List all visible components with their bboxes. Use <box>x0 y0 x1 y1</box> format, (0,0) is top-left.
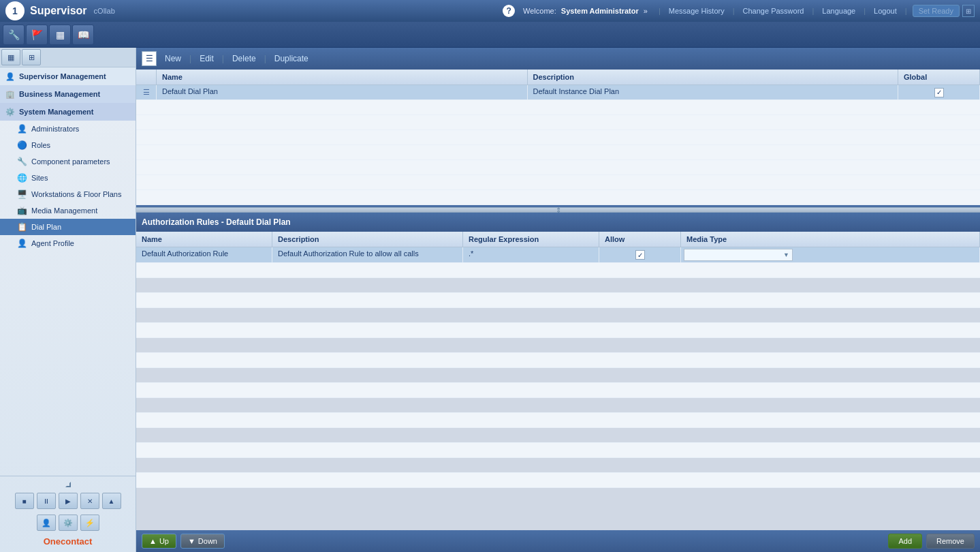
user-name: System Administrator <box>561 7 639 15</box>
table-row[interactable]: Default Authorization Rule Default Autho… <box>136 247 980 263</box>
remove-button[interactable]: Remove <box>926 534 975 549</box>
app-logo[interactable]: 1 <box>5 1 25 20</box>
dp-new-button[interactable]: New <box>162 54 184 63</box>
auth-col-allow[interactable]: Allow <box>599 232 681 247</box>
expand-icon[interactable]: ⊞ <box>962 5 975 17</box>
sidebar-item-agent-profile[interactable]: 👤 Agent Profile <box>0 235 136 251</box>
dp-col-description[interactable]: Description <box>528 70 899 85</box>
dp-empty-row <box>136 160 980 175</box>
auth-table-header: Name Description Regular Expression Allo… <box>136 232 980 247</box>
bottom-left: ▲ Up ▼ Down <box>142 534 225 549</box>
dp-edit-button[interactable]: Edit <box>197 54 217 63</box>
add-button[interactable]: Add <box>888 534 922 549</box>
auth-empty-row <box>136 338 980 353</box>
auth-empty-row <box>136 428 980 443</box>
dp-delete-button[interactable]: Delete <box>230 54 259 63</box>
up-order-button[interactable]: ▲ Up <box>142 534 176 549</box>
toolbar-flag-button[interactable]: 🚩 <box>26 25 48 45</box>
sidebar-item-administrators[interactable]: 👤 Administrators <box>0 121 136 137</box>
change-password-link[interactable]: Change Password <box>740 7 807 15</box>
roles-icon: 🔵 <box>16 140 27 151</box>
stop-button[interactable]: ■ <box>15 493 34 509</box>
media-type-dropdown[interactable]: ▼ <box>684 249 793 261</box>
arrow-icon: » <box>641 7 650 15</box>
message-history-link[interactable]: Message History <box>666 7 727 15</box>
set-ready-button[interactable]: Set Ready <box>913 5 960 17</box>
dp-row-name: Default Dial Plan <box>157 85 528 99</box>
auth-col-name[interactable]: Name <box>136 232 272 247</box>
close-button[interactable]: ✕ <box>80 493 99 509</box>
system-section-label: System Management <box>19 108 93 116</box>
sidebar-item-roles[interactable]: 🔵 Roles <box>0 137 136 153</box>
auth-empty-row <box>136 443 980 458</box>
auth-row-media-type[interactable]: ▼ <box>681 247 980 262</box>
contact-text: contact <box>61 536 92 547</box>
down-arrow-icon: ▼ <box>188 537 195 545</box>
sidebar-nav-grid-icon[interactable]: ▦ <box>1 49 20 65</box>
toolbar-grid-button[interactable]: ▦ <box>49 25 71 45</box>
topbar-right: ? Welcome: System Administrator » | Mess… <box>503 5 975 17</box>
welcome-text: Welcome: System Administrator » <box>518 7 653 15</box>
dp-duplicate-button[interactable]: Duplicate <box>272 54 311 63</box>
pause-button[interactable]: ⏸ <box>37 493 56 509</box>
dp-toolbar: ☰ New | Edit | Delete | Duplicate <box>136 48 980 70</box>
sidebar-section-system[interactable]: ⚙️ System Management <box>0 103 136 121</box>
agent-profile-icon: 👤 <box>16 238 27 249</box>
up-button[interactable]: ▲ <box>102 493 121 509</box>
business-section-label: Business Management <box>19 90 100 98</box>
dp-empty-row <box>136 145 980 160</box>
system-section-icon: ⚙️ <box>4 106 16 118</box>
auth-col-description[interactable]: Description <box>272 232 463 247</box>
sidebar-item-component-parameters[interactable]: 🔧 Component parameters <box>0 153 136 170</box>
welcome-label: Welcome: <box>520 7 559 15</box>
drag-handle[interactable]: ⇕ <box>136 207 980 213</box>
sidebar-controls: ■ ⏸ ▶ ✕ ▲ <box>3 490 133 512</box>
add-person-icon[interactable]: 👤 <box>37 515 56 531</box>
logout-link[interactable]: Logout <box>871 7 900 15</box>
dp-empty-row <box>136 190 980 205</box>
dp-empty-row <box>136 115 980 130</box>
sidebar: ▦ ⊞ 👤 Supervisor Management 🏢 Business M… <box>0 48 136 552</box>
dropdown-arrow-icon: ▼ <box>783 251 789 258</box>
down-order-button[interactable]: ▼ Down <box>180 534 225 549</box>
lightning-icon[interactable]: ⚡ <box>80 515 99 531</box>
app-subtitle: cOllab <box>94 7 115 15</box>
language-link[interactable]: Language <box>819 7 858 15</box>
topbar: 1 Supervisor cOllab ? Welcome: System Ad… <box>0 0 980 22</box>
dp-toolbar-icon: ☰ <box>142 51 157 66</box>
global-checkbox[interactable]: ✓ <box>934 88 944 97</box>
toolbar-wrench-button[interactable]: 🔧 <box>3 25 25 45</box>
component-parameters-label: Component parameters <box>31 157 110 166</box>
bottom-right: Add Remove <box>888 534 975 549</box>
dp-col-global[interactable]: Global <box>898 70 980 85</box>
table-row[interactable]: ☰ Default Dial Plan Default Instance Dia… <box>136 85 980 100</box>
auth-col-regex[interactable]: Regular Expression <box>463 232 599 247</box>
dial-plan-section: ☰ New | Edit | Delete | Duplicate Name D… <box>136 48 980 207</box>
sites-label: Sites <box>31 174 48 182</box>
sidebar-item-workstations[interactable]: 🖥️ Workstations & Floor Plans <box>0 186 136 202</box>
sidebar-nav-icons: ▦ ⊞ <box>0 48 136 67</box>
sidebar-item-dial-plan[interactable]: 📋 Dial Plan <box>0 219 136 235</box>
sidebar-item-sites[interactable]: 🌐 Sites <box>0 170 136 186</box>
help-icon[interactable]: ? <box>503 5 515 17</box>
sidebar-section-business[interactable]: 🏢 Business Management <box>0 85 136 103</box>
auth-row-description: Default Authorization Rule to allow all … <box>272 247 463 262</box>
allow-checkbox[interactable]: ✓ <box>635 250 645 260</box>
auth-col-media-type[interactable]: Media Type <box>681 232 980 247</box>
auth-empty-row <box>136 383 980 398</box>
auth-header: Authorization Rules - Default Dial Plan <box>136 213 980 232</box>
agent-profile-label: Agent Profile <box>31 239 74 247</box>
sidebar-item-media-management[interactable]: 📺 Media Management <box>0 202 136 219</box>
sidebar-bottom-icons <box>3 479 133 490</box>
dp-col-name[interactable]: Name <box>157 70 528 85</box>
auth-empty-row <box>136 308 980 323</box>
auth-section: Authorization Rules - Default Dial Plan … <box>136 213 980 552</box>
app-title: Supervisor <box>30 5 87 17</box>
toolbar-book-button[interactable]: 📖 <box>72 25 94 45</box>
resize-icon <box>65 482 71 487</box>
sidebar-section-supervisor[interactable]: 👤 Supervisor Management <box>0 67 136 85</box>
settings-group-icon[interactable]: ⚙️ <box>59 515 78 531</box>
play-button[interactable]: ▶ <box>59 493 78 509</box>
dp-empty-row <box>136 175 980 190</box>
sidebar-nav-columns-icon[interactable]: ⊞ <box>22 49 41 65</box>
